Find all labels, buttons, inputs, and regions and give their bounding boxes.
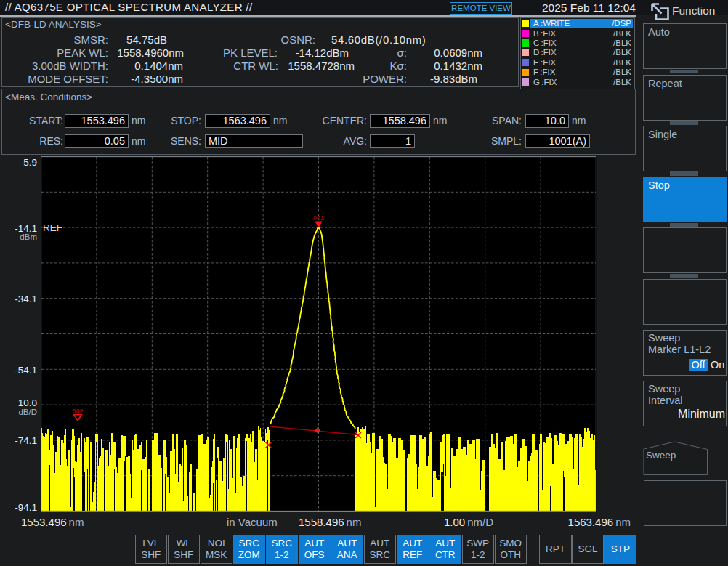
svg-text:001: 001 — [313, 214, 324, 222]
svg-text:REF: REF — [43, 222, 62, 233]
svg-text:002: 002 — [72, 408, 83, 415]
